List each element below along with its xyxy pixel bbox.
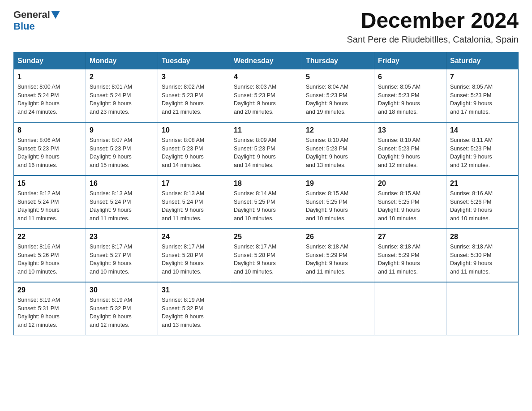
calendar-cell: 1Sunrise: 8:00 AMSunset: 5:24 PMDaylight… [14, 69, 86, 122]
calendar-cell: 18Sunrise: 8:14 AMSunset: 5:25 PMDayligh… [230, 176, 302, 229]
calendar-cell: 20Sunrise: 8:15 AMSunset: 5:25 PMDayligh… [374, 176, 446, 229]
calendar-cell: 15Sunrise: 8:12 AMSunset: 5:24 PMDayligh… [14, 176, 86, 229]
day-info: Sunrise: 8:16 AMSunset: 5:26 PMDaylight:… [450, 189, 515, 223]
calendar-table: SundayMondayTuesdayWednesdayThursdayFrid… [13, 52, 519, 335]
calendar-cell [374, 282, 446, 335]
calendar-cell: 4Sunrise: 8:03 AMSunset: 5:23 PMDaylight… [230, 69, 302, 122]
day-info: Sunrise: 8:17 AMSunset: 5:27 PMDaylight:… [90, 243, 154, 276]
day-info: Sunrise: 8:18 AMSunset: 5:29 PMDaylight:… [306, 243, 370, 276]
day-info: Sunrise: 8:02 AMSunset: 5:23 PMDaylight:… [162, 83, 226, 116]
calendar-cell [446, 282, 519, 335]
calendar-cell: 9Sunrise: 8:07 AMSunset: 5:23 PMDaylight… [86, 122, 158, 176]
day-number: 15 [17, 180, 82, 188]
day-info: Sunrise: 8:18 AMSunset: 5:30 PMDaylight:… [450, 243, 515, 276]
day-number: 16 [90, 180, 154, 188]
day-number: 11 [234, 126, 298, 134]
day-info: Sunrise: 8:16 AMSunset: 5:26 PMDaylight:… [17, 243, 82, 276]
day-number: 14 [450, 126, 515, 134]
day-number: 3 [162, 73, 226, 81]
day-number: 10 [162, 126, 226, 134]
day-info: Sunrise: 8:08 AMSunset: 5:23 PMDaylight:… [162, 136, 226, 170]
location-title: Sant Pere de Riudebitlles, Catalonia, Sp… [347, 34, 519, 45]
day-number: 8 [17, 126, 82, 134]
day-number: 19 [306, 180, 370, 188]
weekday-header-tuesday: Tuesday [158, 52, 230, 69]
day-info: Sunrise: 8:00 AMSunset: 5:24 PMDaylight:… [17, 83, 82, 116]
day-number: 9 [90, 126, 154, 134]
day-number: 24 [162, 233, 226, 241]
day-number: 26 [306, 233, 370, 241]
day-info: Sunrise: 8:15 AMSunset: 5:25 PMDaylight:… [378, 189, 442, 223]
logo-general-text: General [13, 9, 50, 21]
day-info: Sunrise: 8:06 AMSunset: 5:23 PMDaylight:… [17, 136, 82, 170]
calendar-cell [230, 282, 302, 335]
day-number: 2 [90, 73, 154, 81]
day-info: Sunrise: 8:14 AMSunset: 5:25 PMDaylight:… [234, 189, 298, 223]
day-info: Sunrise: 8:19 AMSunset: 5:32 PMDaylight:… [162, 296, 226, 330]
logo-triangle-icon [51, 11, 60, 19]
weekday-header-thursday: Thursday [302, 52, 374, 69]
day-info: Sunrise: 8:12 AMSunset: 5:24 PMDaylight:… [17, 189, 82, 223]
day-info: Sunrise: 8:10 AMSunset: 5:23 PMDaylight:… [378, 136, 442, 170]
calendar-cell: 21Sunrise: 8:16 AMSunset: 5:26 PMDayligh… [446, 176, 519, 229]
day-number: 22 [17, 233, 82, 241]
day-info: Sunrise: 8:17 AMSunset: 5:28 PMDaylight:… [234, 243, 298, 276]
day-number: 28 [450, 233, 515, 241]
calendar-cell: 3Sunrise: 8:02 AMSunset: 5:23 PMDaylight… [158, 69, 230, 122]
day-number: 6 [378, 73, 442, 81]
day-number: 18 [234, 180, 298, 188]
day-info: Sunrise: 8:03 AMSunset: 5:23 PMDaylight:… [234, 83, 298, 116]
calendar-cell: 28Sunrise: 8:18 AMSunset: 5:30 PMDayligh… [446, 229, 519, 282]
calendar-cell: 31Sunrise: 8:19 AMSunset: 5:32 PMDayligh… [158, 282, 230, 335]
day-number: 1 [17, 73, 82, 81]
weekday-header-friday: Friday [374, 52, 446, 69]
day-info: Sunrise: 8:13 AMSunset: 5:24 PMDaylight:… [162, 189, 226, 223]
day-number: 29 [17, 286, 82, 294]
calendar-cell: 30Sunrise: 8:19 AMSunset: 5:32 PMDayligh… [86, 282, 158, 335]
logo: General Blue [13, 9, 61, 32]
weekday-header-monday: Monday [86, 52, 158, 69]
title-area: December 2024 Sant Pere de Riudebitlles,… [347, 9, 519, 45]
day-info: Sunrise: 8:18 AMSunset: 5:29 PMDaylight:… [378, 243, 442, 276]
calendar-cell: 25Sunrise: 8:17 AMSunset: 5:28 PMDayligh… [230, 229, 302, 282]
calendar-cell: 19Sunrise: 8:15 AMSunset: 5:25 PMDayligh… [302, 176, 374, 229]
day-number: 21 [450, 180, 515, 188]
calendar-cell: 10Sunrise: 8:08 AMSunset: 5:23 PMDayligh… [158, 122, 230, 176]
calendar-cell: 24Sunrise: 8:17 AMSunset: 5:28 PMDayligh… [158, 229, 230, 282]
weekday-header-sunday: Sunday [14, 52, 86, 69]
day-number: 12 [306, 126, 370, 134]
day-info: Sunrise: 8:05 AMSunset: 5:23 PMDaylight:… [378, 83, 442, 116]
calendar-cell: 22Sunrise: 8:16 AMSunset: 5:26 PMDayligh… [14, 229, 86, 282]
calendar-cell: 27Sunrise: 8:18 AMSunset: 5:29 PMDayligh… [374, 229, 446, 282]
calendar-cell: 17Sunrise: 8:13 AMSunset: 5:24 PMDayligh… [158, 176, 230, 229]
day-number: 20 [378, 180, 442, 188]
calendar-cell: 12Sunrise: 8:10 AMSunset: 5:23 PMDayligh… [302, 122, 374, 176]
calendar-cell: 29Sunrise: 8:19 AMSunset: 5:31 PMDayligh… [14, 282, 86, 335]
day-number: 31 [162, 286, 226, 294]
day-number: 7 [450, 73, 515, 81]
day-info: Sunrise: 8:09 AMSunset: 5:23 PMDaylight:… [234, 136, 298, 170]
day-info: Sunrise: 8:17 AMSunset: 5:28 PMDaylight:… [162, 243, 226, 276]
calendar-cell: 13Sunrise: 8:10 AMSunset: 5:23 PMDayligh… [374, 122, 446, 176]
day-info: Sunrise: 8:10 AMSunset: 5:23 PMDaylight:… [306, 136, 370, 170]
day-info: Sunrise: 8:13 AMSunset: 5:24 PMDaylight:… [90, 189, 154, 223]
calendar-cell: 16Sunrise: 8:13 AMSunset: 5:24 PMDayligh… [86, 176, 158, 229]
day-info: Sunrise: 8:15 AMSunset: 5:25 PMDaylight:… [306, 189, 370, 223]
month-title: December 2024 [347, 9, 519, 33]
day-info: Sunrise: 8:01 AMSunset: 5:24 PMDaylight:… [90, 83, 154, 116]
day-info: Sunrise: 8:04 AMSunset: 5:23 PMDaylight:… [306, 83, 370, 116]
day-number: 25 [234, 233, 298, 241]
day-number: 23 [90, 233, 154, 241]
calendar-week-1: 1Sunrise: 8:00 AMSunset: 5:24 PMDaylight… [14, 69, 519, 122]
calendar-cell: 26Sunrise: 8:18 AMSunset: 5:29 PMDayligh… [302, 229, 374, 282]
day-number: 4 [234, 73, 298, 81]
calendar-cell: 7Sunrise: 8:05 AMSunset: 5:23 PMDaylight… [446, 69, 519, 122]
calendar-cell: 6Sunrise: 8:05 AMSunset: 5:23 PMDaylight… [374, 69, 446, 122]
calendar-week-4: 22Sunrise: 8:16 AMSunset: 5:26 PMDayligh… [14, 229, 519, 282]
calendar-cell: 14Sunrise: 8:11 AMSunset: 5:23 PMDayligh… [446, 122, 519, 176]
day-info: Sunrise: 8:07 AMSunset: 5:23 PMDaylight:… [90, 136, 154, 170]
calendar-cell [302, 282, 374, 335]
calendar-cell: 2Sunrise: 8:01 AMSunset: 5:24 PMDaylight… [86, 69, 158, 122]
weekday-header-wednesday: Wednesday [230, 52, 302, 69]
day-info: Sunrise: 8:11 AMSunset: 5:23 PMDaylight:… [450, 136, 515, 170]
